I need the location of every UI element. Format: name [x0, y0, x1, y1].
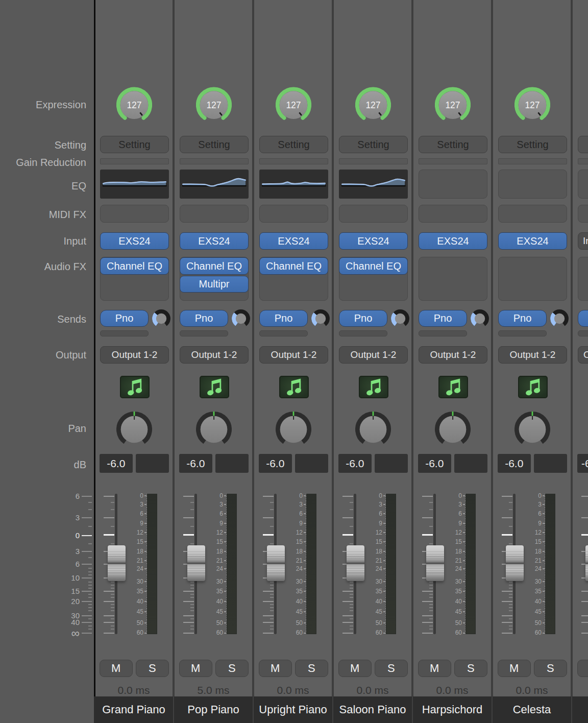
- svg-text:127: 127: [286, 100, 301, 110]
- svg-text:127: 127: [525, 100, 540, 110]
- svg-text:127: 127: [446, 100, 460, 110]
- svg-text:127: 127: [207, 100, 222, 110]
- svg-text:127: 127: [127, 100, 142, 110]
- svg-text:127: 127: [366, 100, 381, 110]
